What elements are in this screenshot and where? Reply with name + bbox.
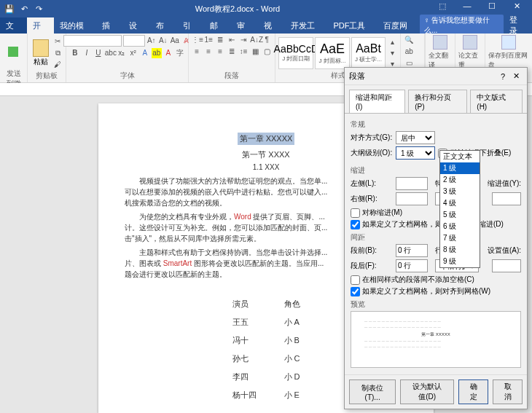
redo-icon[interactable]: ↷ <box>34 4 44 14</box>
tab-insert[interactable]: 插入 <box>96 17 123 34</box>
style-item[interactable]: AaEJ 封面标... <box>315 37 350 69</box>
window-ribbon-opts-icon[interactable]: ⬚ <box>431 1 453 16</box>
font-color-icon[interactable]: A <box>163 48 173 58</box>
line-spacing-icon[interactable]: ↕≡ <box>238 47 249 57</box>
find-icon[interactable]: 🔍 <box>404 35 414 45</box>
char-shading-icon[interactable]: 字 <box>175 48 185 58</box>
bold-icon[interactable]: B <box>70 48 80 58</box>
increase-font-icon[interactable]: A↑ <box>146 36 157 46</box>
snap-to-grid-checkbox[interactable] <box>351 287 360 296</box>
decrease-indent-icon[interactable]: ⇤ <box>227 35 237 45</box>
styles-scroll-up-icon[interactable]: ▴ <box>387 37 397 47</box>
table-row: 孙七小 C <box>219 350 313 367</box>
format-painter-icon[interactable]: 🖌 <box>52 60 63 70</box>
strikethrough-icon[interactable]: abc <box>105 48 115 58</box>
ok-button[interactable]: 确定 <box>458 379 488 404</box>
dialog-tab-indent[interactable]: 缩进和间距(I) <box>349 90 405 113</box>
italic-icon[interactable]: I <box>82 48 92 58</box>
sort-icon[interactable]: A↓Z <box>250 35 260 45</box>
tab-pdf-tools[interactable]: PDF工具集 <box>327 17 378 34</box>
shading-icon[interactable]: ▦ <box>250 47 260 57</box>
dialog-help-icon[interactable]: ? <box>496 72 509 81</box>
field-label: 大纲级别(O): <box>351 148 393 158</box>
dropdown-item[interactable]: 5 级 <box>440 209 480 221</box>
tab-developer[interactable]: 开发工具 <box>285 17 327 34</box>
dropdown-item[interactable]: 3 级 <box>440 186 480 197</box>
tab-references[interactable]: 引用 <box>177 17 204 34</box>
decrease-font-icon[interactable]: A↓ <box>158 36 168 46</box>
dropdown-item[interactable]: 7 级 <box>440 232 480 244</box>
tab-home[interactable]: 开始 <box>27 17 54 34</box>
dropdown-item[interactable]: 2 级 <box>440 174 480 186</box>
borders-icon[interactable]: ▢ <box>262 47 272 57</box>
space-after-input[interactable] <box>396 259 428 272</box>
right-indent-input[interactable] <box>396 192 428 205</box>
save-icon[interactable]: 💾 <box>4 4 15 14</box>
tab-file[interactable]: 文件 <box>0 17 27 34</box>
tab-mytemplates[interactable]: 我的模板 <box>54 17 96 34</box>
no-space-same-style-checkbox[interactable] <box>351 275 360 285</box>
cancel-button[interactable]: 取消 <box>493 379 523 404</box>
field-label: 对齐方式(G): <box>351 133 393 143</box>
style-item[interactable]: AaBbCcDJ 封面日期 <box>278 37 313 69</box>
change-case-icon[interactable]: Aa <box>170 36 180 46</box>
copy-icon[interactable]: ⧉ <box>52 48 63 58</box>
indent-value-input[interactable] <box>492 192 521 205</box>
tabs-button[interactable]: 制表位(T)... <box>349 379 396 404</box>
dropdown-item[interactable]: 1 级 <box>440 162 480 174</box>
tab-mailings[interactable]: 邮件 <box>204 17 231 34</box>
window-minimize-icon[interactable]: — <box>456 1 478 16</box>
alignment-select[interactable]: 居中 <box>396 131 435 144</box>
dropdown-item[interactable]: 正文文本 <box>440 151 480 162</box>
tab-design[interactable]: 设计 <box>123 17 150 34</box>
space-before-input[interactable] <box>396 244 428 257</box>
field-label: 缩进值(Y): <box>488 178 521 189</box>
superscript-icon[interactable]: x² <box>128 48 138 58</box>
align-left-icon[interactable]: ≡ <box>192 47 202 57</box>
dropdown-item[interactable]: 8 级 <box>440 244 480 256</box>
multilevel-list-icon[interactable]: ≣ <box>215 35 225 45</box>
align-right-icon[interactable]: ≡ <box>215 47 225 57</box>
bullets-icon[interactable]: ⋮≡ <box>192 35 202 45</box>
line-spacing-value-input[interactable] <box>492 259 521 272</box>
window-close-icon[interactable]: ✕ <box>506 1 528 16</box>
window-maximize-icon[interactable]: ☐ <box>481 1 503 16</box>
font-size-select[interactable] <box>123 35 145 47</box>
styles-scroll-down-icon[interactable]: ▾ <box>387 48 397 58</box>
outline-level-dropdown[interactable]: 正文文本 1 级 2 级 3 级 4 级 5 级 6 级 7 级 8 级 9 级 <box>439 150 480 268</box>
ribbon-group-label: 字体 <box>69 71 185 81</box>
symmetric-indent-checkbox[interactable] <box>351 208 360 218</box>
paste-button[interactable]: 粘贴 <box>31 36 51 70</box>
outline-level-select[interactable]: 1 级 <box>396 146 435 160</box>
auto-adjust-indent-checkbox[interactable] <box>351 220 360 229</box>
tab-view[interactable]: 视图 <box>258 17 285 34</box>
ribbon-group-label: 段落 <box>192 71 272 81</box>
send-to-wechat-button[interactable] <box>3 35 23 68</box>
text-effects-icon[interactable]: A <box>140 48 150 58</box>
dropdown-item[interactable]: 9 级 <box>440 256 480 267</box>
dialog-tab-chinese[interactable]: 中文版式(H) <box>470 90 523 113</box>
tab-review[interactable]: 审阅 <box>231 17 258 34</box>
checkbox-label: 如果定义了文档网格，则对齐到网格(W) <box>362 286 490 296</box>
show-marks-icon[interactable]: ¶ <box>262 35 272 45</box>
undo-icon[interactable]: ↶ <box>19 4 29 14</box>
tab-layout[interactable]: 布局 <box>150 17 177 34</box>
underline-icon[interactable]: U <box>93 48 103 58</box>
align-center-icon[interactable]: ≡ <box>203 47 214 57</box>
dialog-close-icon[interactable]: ✕ <box>509 71 523 81</box>
font-family-select[interactable] <box>63 35 122 47</box>
subscript-icon[interactable]: x₂ <box>117 48 127 58</box>
tab-baidu[interactable]: 百度网盘 <box>378 17 420 34</box>
numbering-icon[interactable]: 1≡ <box>203 35 214 45</box>
style-item[interactable]: AaBtJ 硕士学... <box>351 37 386 69</box>
cut-icon[interactable]: ✂ <box>52 36 63 47</box>
dropdown-item[interactable]: 6 级 <box>440 221 480 232</box>
left-indent-input[interactable] <box>396 177 428 190</box>
justify-icon[interactable]: ≣ <box>227 47 237 57</box>
highlight-icon[interactable]: ab <box>152 48 162 58</box>
dropdown-item[interactable]: 4 级 <box>440 197 480 209</box>
replace-icon[interactable]: ab <box>404 47 414 57</box>
set-default-button[interactable]: 设为默认值(D) <box>400 379 454 404</box>
increase-indent-icon[interactable]: ⇥ <box>238 35 249 45</box>
dialog-tab-pagination[interactable]: 换行和分页(P) <box>408 90 467 113</box>
